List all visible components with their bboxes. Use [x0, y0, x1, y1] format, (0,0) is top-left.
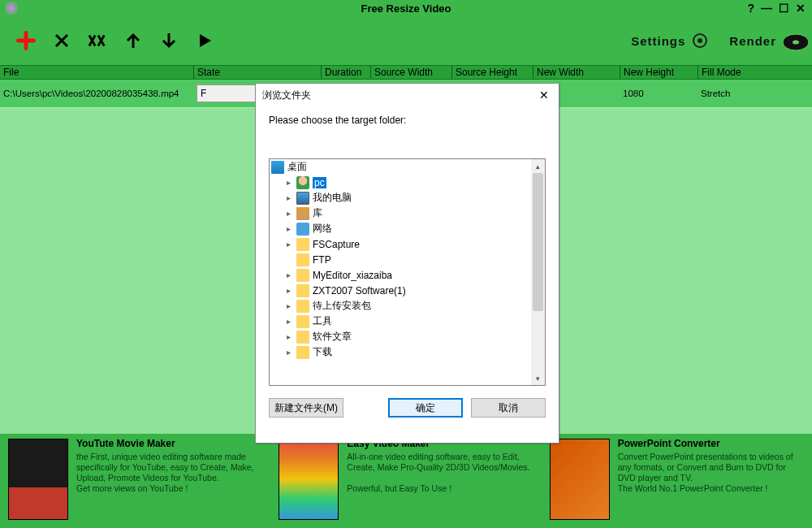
tree-item[interactable]: ▸软件文章 — [270, 329, 531, 344]
ok-button[interactable]: 确定 — [388, 398, 463, 418]
tree-item[interactable]: ▸网络 — [270, 221, 531, 236]
net-icon — [296, 223, 309, 236]
dialog-close-button[interactable]: ✕ — [536, 87, 552, 103]
lib-icon — [296, 207, 309, 220]
tree-label: FTP — [313, 254, 331, 266]
tree-label: FSCapture — [313, 239, 360, 250]
tree-label: 桌面 — [287, 160, 307, 174]
tree-label: 下载 — [313, 345, 332, 359]
folder-icon — [296, 269, 309, 282]
browse-folder-dialog: 浏览文件夹 ✕ Please choose the target folder:… — [255, 83, 559, 444]
folder-icon — [296, 346, 309, 359]
tree-item[interactable]: ▸我的电脑 — [270, 190, 531, 206]
tree-item[interactable]: ▸MyEditor_xiazaiba — [270, 267, 531, 283]
tree-label: 软件文章 — [313, 330, 352, 344]
tree-item[interactable]: ▸FSCapture — [270, 236, 531, 252]
user-icon — [296, 176, 309, 189]
tree-item[interactable]: FTP — [270, 252, 531, 267]
dialog-message: Please choose the target folder: — [269, 115, 546, 126]
tree-label: pc — [313, 177, 326, 188]
desktop-icon — [271, 161, 284, 174]
tree-item[interactable]: ▸ZXT2007 Software(1) — [270, 283, 531, 298]
tree-item[interactable]: ▸待上传安装包 — [270, 298, 531, 314]
tree-label: 待上传安装包 — [313, 299, 371, 313]
chevron-right-icon[interactable]: ▸ — [284, 240, 293, 249]
tree-item[interactable]: ▸pc — [270, 175, 531, 190]
chevron-right-icon[interactable]: ▸ — [284, 209, 293, 218]
chevron-right-icon[interactable]: ▸ — [284, 332, 293, 341]
new-folder-button[interactable]: 新建文件夹(M) — [269, 398, 343, 418]
tree-label: MyEditor_xiazaiba — [313, 270, 392, 281]
tree-label: 库 — [313, 206, 322, 220]
folder-icon — [296, 315, 309, 328]
tree-item[interactable]: ▸工具 — [270, 314, 531, 329]
pc-icon — [296, 192, 309, 205]
tree-item[interactable]: ▸下载 — [270, 344, 531, 360]
chevron-right-icon[interactable]: ▸ — [284, 178, 293, 187]
folder-icon — [296, 238, 309, 251]
folder-tree[interactable]: 桌面▸pc▸我的电脑▸库▸网络▸FSCaptureFTP▸MyEditor_xi… — [269, 158, 546, 386]
scroll-thumb[interactable] — [533, 173, 543, 311]
chevron-right-icon[interactable]: ▸ — [284, 317, 293, 326]
folder-icon — [296, 253, 309, 266]
tree-root[interactable]: 桌面 — [270, 159, 531, 175]
chevron-right-icon[interactable]: ▸ — [284, 270, 293, 279]
tree-label: 网络 — [313, 222, 332, 236]
chevron-right-icon[interactable]: ▸ — [284, 301, 293, 310]
scroll-down-icon[interactable]: ▾ — [531, 371, 545, 385]
tree-label: ZXT2007 Software(1) — [313, 285, 406, 296]
cancel-button[interactable]: 取消 — [471, 398, 546, 418]
scroll-up-icon[interactable]: ▴ — [531, 159, 545, 173]
chevron-right-icon[interactable]: ▸ — [284, 348, 293, 357]
dialog-titlebar: 浏览文件夹 ✕ — [256, 84, 559, 106]
folder-icon — [296, 284, 309, 297]
folder-icon — [296, 300, 309, 313]
tree-label: 工具 — [313, 314, 332, 328]
scrollbar[interactable]: ▴ ▾ — [531, 159, 545, 385]
modal-overlay: 浏览文件夹 ✕ Please choose the target folder:… — [0, 0, 812, 528]
tree-item[interactable]: ▸库 — [270, 206, 531, 221]
tree-label: 我的电脑 — [313, 191, 352, 205]
chevron-right-icon[interactable]: ▸ — [284, 224, 293, 233]
dialog-title: 浏览文件夹 — [262, 89, 311, 102]
chevron-right-icon[interactable]: ▸ — [284, 193, 293, 202]
chevron-right-icon[interactable]: ▸ — [284, 286, 293, 295]
folder-icon — [296, 331, 309, 344]
